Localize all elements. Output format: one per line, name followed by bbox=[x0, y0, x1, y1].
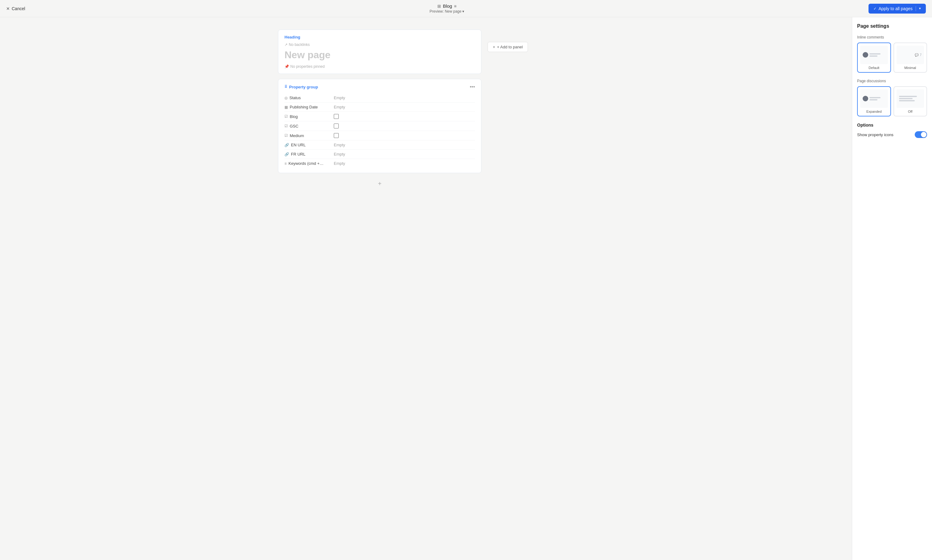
heading-block: Heading ↗ No backlinks New page 📌 No pro… bbox=[278, 29, 481, 74]
property-value: Empty bbox=[334, 143, 345, 147]
more-options-icon[interactable]: ••• bbox=[470, 84, 475, 90]
off-label: Off bbox=[908, 110, 912, 113]
chevron-down-icon: ▾ bbox=[919, 6, 921, 11]
inline-comments-minimal-option[interactable]: 💬 7 Minimal bbox=[893, 43, 927, 73]
property-group-block: ⠿ Property group ••• ◎StatusEmpty▦Publis… bbox=[278, 79, 481, 173]
property-checkbox[interactable] bbox=[334, 133, 339, 138]
link-icon: 🔗 bbox=[285, 143, 289, 147]
property-name-text: Keywords (cmd +… bbox=[288, 161, 324, 166]
inline-comments-default-option[interactable]: Default bbox=[857, 43, 891, 73]
calendar-icon: ▦ bbox=[285, 105, 288, 109]
property-name-text: GSC bbox=[290, 124, 298, 128]
add-panel-container: + + Add to panel bbox=[488, 29, 528, 188]
checkbox-icon: ☑ bbox=[285, 124, 288, 128]
apply-btn-label: Apply to all pages bbox=[878, 6, 913, 11]
property-name: 🔗EN URL bbox=[285, 143, 334, 147]
no-properties-pinned: 📌 No properties pinned bbox=[285, 65, 475, 69]
property-name-text: EN URL bbox=[291, 143, 306, 147]
preview-row bbox=[863, 52, 886, 58]
main-layout: Heading ↗ No backlinks New page 📌 No pro… bbox=[0, 17, 932, 560]
comment-count: 7 bbox=[920, 53, 921, 57]
apply-to-all-pages-button[interactable]: ✓ Apply to all pages ▾ bbox=[869, 4, 926, 14]
preview-line bbox=[869, 55, 877, 57]
property-row: ◎StatusEmpty bbox=[285, 93, 475, 103]
preview-line bbox=[899, 100, 915, 102]
property-group-title: ⠿ Property group bbox=[285, 85, 318, 89]
text-icon: ≡ bbox=[285, 162, 287, 166]
add-to-panel-button[interactable]: + + Add to panel bbox=[488, 42, 528, 52]
property-name: ☑GSC bbox=[285, 124, 334, 128]
page-discussions-expanded-option[interactable]: Expanded bbox=[857, 86, 891, 117]
database-icon: ⊞ bbox=[438, 4, 441, 9]
options-label: Options bbox=[857, 123, 927, 128]
drag-icon: ⠿ bbox=[285, 85, 287, 89]
default-preview bbox=[860, 46, 888, 64]
show-property-icons-toggle[interactable] bbox=[915, 131, 927, 138]
link-icon: 🔗 bbox=[285, 152, 289, 157]
button-divider bbox=[916, 6, 916, 11]
options-section: Options Show property icons bbox=[857, 123, 927, 138]
menu-icon: ≡ bbox=[454, 4, 456, 9]
subtitle-text: Preview: New page bbox=[430, 9, 461, 14]
cancel-label: Cancel bbox=[12, 6, 25, 11]
header-title-row: ⊞ Blog ≡ bbox=[438, 3, 456, 9]
header-right: ✓ Apply to all pages ▾ bbox=[869, 4, 926, 14]
content-area: Heading ↗ No backlinks New page 📌 No pro… bbox=[0, 17, 852, 560]
property-row: 🔗EN URLEmpty bbox=[285, 140, 475, 150]
property-value: Empty bbox=[334, 152, 345, 157]
heading-block-label: Heading bbox=[285, 35, 475, 39]
status-icon: ◎ bbox=[285, 96, 288, 100]
preview-line bbox=[899, 96, 917, 97]
show-property-icons-label: Show property icons bbox=[857, 132, 893, 137]
page-title: New page bbox=[285, 49, 475, 61]
property-checkbox[interactable] bbox=[334, 114, 339, 119]
preview-row bbox=[863, 96, 886, 102]
page-discussions-off-option[interactable]: Off bbox=[893, 86, 927, 117]
expanded-preview bbox=[860, 89, 888, 108]
page-discussions-label: Page discussions bbox=[857, 79, 927, 83]
property-name-text: Blog bbox=[290, 114, 298, 119]
property-value: Empty bbox=[334, 95, 345, 100]
property-checkbox[interactable] bbox=[334, 123, 339, 128]
minimal-label: Minimal bbox=[904, 66, 916, 69]
property-row: ☑Medium bbox=[285, 131, 475, 140]
cancel-button[interactable]: ✕ Cancel bbox=[6, 6, 25, 11]
default-label: Default bbox=[869, 66, 879, 69]
property-row: ≡Keywords (cmd +…Empty bbox=[285, 159, 475, 168]
property-name: ▦Publishing Date bbox=[285, 105, 334, 109]
property-name-text: Medium bbox=[290, 133, 304, 138]
preview-line bbox=[899, 98, 913, 99]
header: ✕ Cancel ⊞ Blog ≡ Preview: New page ▾ ✓ … bbox=[0, 0, 932, 17]
comment-icon: 💬 bbox=[915, 53, 918, 57]
header-subtitle: Preview: New page ▾ bbox=[430, 9, 464, 14]
page-discussions-options: Expanded Off bbox=[857, 86, 927, 117]
panel-title: Page settings bbox=[857, 23, 927, 29]
add-block-button[interactable]: + bbox=[375, 179, 384, 188]
checkbox-icon: ☑ bbox=[285, 133, 288, 138]
add-icon: + bbox=[493, 45, 495, 49]
property-name-text: Publishing Date bbox=[290, 105, 318, 109]
add-block-row: + bbox=[278, 179, 481, 188]
inline-comments-options: Default 💬 7 Minimal bbox=[857, 43, 927, 73]
property-row: ☑GSC bbox=[285, 122, 475, 131]
preview-line bbox=[869, 53, 881, 54]
header-title: Blog bbox=[443, 3, 452, 9]
checkbox-icon: ☑ bbox=[285, 114, 288, 118]
property-name: ☑Medium bbox=[285, 133, 334, 138]
close-icon: ✕ bbox=[6, 6, 10, 11]
property-row: 🔗FR URLEmpty bbox=[285, 150, 475, 159]
preview-line bbox=[869, 97, 881, 98]
show-property-icons-row: Show property icons bbox=[857, 131, 927, 138]
property-name: ≡Keywords (cmd +… bbox=[285, 161, 334, 166]
property-name-text: Status bbox=[290, 95, 301, 100]
pin-icon: 📌 bbox=[285, 65, 289, 69]
add-panel-label: + Add to panel bbox=[497, 45, 523, 49]
right-panel: Page settings Inline comments Default bbox=[852, 17, 932, 560]
property-rows-container: ◎StatusEmpty▦Publishing DateEmpty☑Blog☑G… bbox=[285, 93, 475, 168]
backlink-icon: ↗ bbox=[285, 43, 288, 47]
minimal-preview: 💬 7 bbox=[897, 46, 924, 64]
avatar-preview bbox=[863, 96, 868, 102]
avatar-preview bbox=[863, 52, 868, 58]
property-value: Empty bbox=[334, 161, 345, 166]
property-group-header: ⠿ Property group ••• bbox=[285, 84, 475, 90]
